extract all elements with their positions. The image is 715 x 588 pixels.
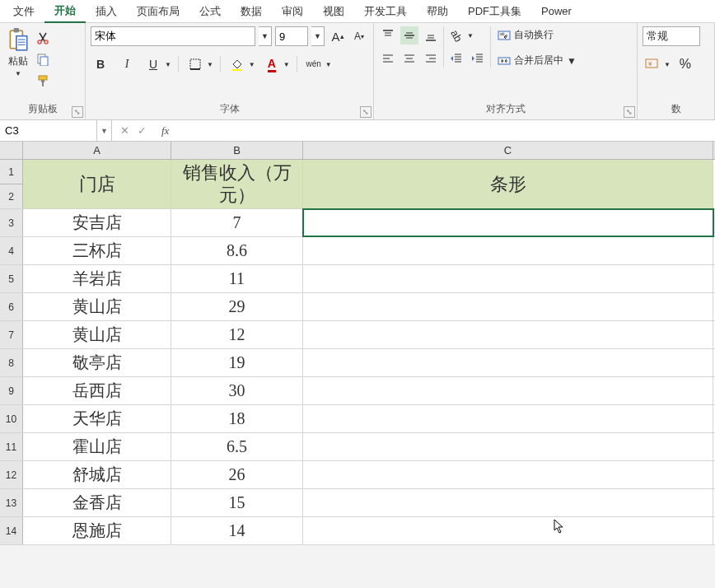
cell-bar[interactable] (303, 293, 713, 320)
clipboard-dialog-launcher[interactable]: ⤡ (72, 106, 83, 118)
alignment-dialog-launcher[interactable]: ⤡ (624, 106, 635, 118)
align-top-icon[interactable] (379, 26, 397, 44)
row-header[interactable]: 4 (0, 237, 23, 264)
cut-icon[interactable] (35, 30, 51, 46)
select-all-corner[interactable] (0, 142, 23, 159)
formula-input[interactable] (175, 120, 715, 141)
cell-revenue[interactable]: 12 (171, 321, 303, 348)
merge-dropdown[interactable]: ▼ (567, 55, 577, 67)
row-header[interactable]: 11 (0, 433, 23, 460)
font-dialog-launcher[interactable]: ⤡ (360, 106, 372, 118)
align-middle-icon[interactable] (400, 26, 418, 44)
col-header-A[interactable]: A (23, 142, 171, 159)
phonetic-icon[interactable]: wén (304, 54, 324, 74)
cell-revenue[interactable]: 29 (171, 293, 303, 320)
menu-home[interactable]: 开始 (44, 0, 86, 23)
font-color-icon[interactable]: A (262, 54, 282, 74)
cell-store[interactable]: 天华店 (23, 405, 171, 432)
orientation-icon[interactable]: ab (447, 26, 465, 44)
cell-bar[interactable] (303, 461, 713, 488)
font-color-dropdown[interactable]: ▼ (282, 61, 290, 68)
fill-color-dropdown[interactable]: ▼ (247, 61, 255, 68)
row-header-1[interactable]: 1 (0, 160, 23, 184)
cell-store[interactable]: 恩施店 (23, 517, 171, 544)
menu-view[interactable]: 视图 (313, 1, 354, 22)
cell-revenue[interactable]: 18 (171, 405, 303, 432)
align-center-icon[interactable] (400, 49, 418, 68)
cancel-formula-icon[interactable]: ✕ (120, 124, 129, 137)
paste-label[interactable]: 粘贴 (8, 54, 28, 68)
increase-indent-icon[interactable] (469, 49, 487, 68)
cell-revenue[interactable]: 26 (171, 461, 303, 488)
cell-revenue[interactable]: 19 (171, 349, 303, 376)
accounting-dropdown[interactable]: ▼ (662, 61, 671, 68)
orientation-dropdown[interactable]: ▼ (465, 32, 474, 40)
cell-bar[interactable] (303, 405, 713, 432)
font-size-input[interactable] (275, 26, 308, 46)
name-box-dropdown[interactable]: ▼ (97, 120, 112, 141)
italic-button[interactable]: I (117, 54, 137, 74)
cell-bar[interactable] (303, 321, 713, 348)
align-bottom-icon[interactable] (422, 26, 440, 44)
underline-button[interactable]: U (143, 54, 163, 74)
header-cell-revenue[interactable]: 销售收入（万元） (171, 160, 303, 208)
border-icon[interactable] (185, 54, 205, 74)
cell-revenue[interactable]: 7 (171, 209, 303, 236)
menu-help[interactable]: 帮助 (417, 1, 458, 22)
row-header[interactable]: 12 (0, 461, 23, 488)
font-name-input[interactable] (91, 26, 255, 46)
row-header[interactable]: 6 (0, 293, 23, 320)
increase-font-icon[interactable]: A▴ (328, 26, 348, 46)
align-right-icon[interactable] (422, 49, 440, 68)
col-header-B[interactable]: B (171, 142, 303, 159)
row-header[interactable]: 5 (0, 265, 23, 292)
font-size-dropdown[interactable]: ▼ (311, 26, 325, 46)
row-header[interactable]: 10 (0, 405, 23, 432)
accounting-format-icon[interactable]: ¥ (643, 54, 662, 74)
copy-icon[interactable] (35, 51, 51, 68)
cell-store[interactable]: 三杯店 (23, 237, 171, 264)
phonetic-dropdown[interactable]: ▼ (324, 61, 332, 68)
merge-center-button[interactable]: 合并后居中 ▼ (494, 52, 580, 69)
menu-page-layout[interactable]: 页面布局 (127, 1, 189, 22)
row-header[interactable]: 7 (0, 321, 23, 348)
menu-data[interactable]: 数据 (231, 1, 272, 22)
format-painter-icon[interactable] (35, 72, 51, 89)
row-header[interactable]: 13 (0, 489, 23, 516)
align-left-icon[interactable] (379, 49, 397, 68)
cell-bar[interactable] (303, 209, 713, 236)
cell-revenue[interactable]: 14 (171, 517, 303, 544)
row-header[interactable]: 14 (0, 517, 23, 544)
cell-store[interactable]: 羊岩店 (23, 265, 171, 292)
border-dropdown[interactable]: ▼ (205, 61, 213, 68)
cell-bar[interactable] (303, 349, 713, 376)
col-header-C[interactable]: C (303, 142, 713, 159)
cell-store[interactable]: 黄山店 (23, 293, 171, 320)
row-header[interactable]: 8 (0, 349, 23, 376)
decrease-font-icon[interactable]: A▾ (349, 26, 369, 46)
cell-bar[interactable] (303, 377, 713, 404)
fill-color-icon[interactable] (227, 54, 247, 74)
menu-developer[interactable]: 开发工具 (354, 1, 417, 22)
decrease-indent-icon[interactable] (447, 49, 465, 68)
enter-formula-icon[interactable]: ✓ (138, 124, 147, 137)
cell-bar[interactable] (303, 433, 713, 460)
cell-bar[interactable] (303, 489, 713, 516)
cell-store[interactable]: 敬亭店 (23, 349, 171, 376)
menu-formulas[interactable]: 公式 (189, 1, 231, 22)
bold-button[interactable]: B (91, 54, 110, 74)
cell-bar[interactable] (303, 265, 713, 292)
cell-bar[interactable] (303, 517, 713, 544)
paste-icon[interactable] (5, 26, 31, 53)
font-name-dropdown[interactable]: ▼ (259, 26, 272, 46)
number-format-select[interactable]: 常规 (643, 26, 700, 46)
menu-insert[interactable]: 插入 (86, 1, 127, 22)
cell-revenue[interactable]: 30 (171, 377, 303, 404)
cell-store[interactable]: 金香店 (23, 489, 171, 516)
menu-review[interactable]: 审阅 (272, 1, 313, 22)
underline-dropdown[interactable]: ▼ (163, 61, 171, 68)
menu-pdf-tools[interactable]: PDF工具集 (458, 1, 531, 22)
cell-store[interactable]: 舒城店 (23, 461, 171, 488)
cell-revenue[interactable]: 6.5 (171, 433, 303, 460)
menu-power[interactable]: Power (531, 2, 582, 21)
